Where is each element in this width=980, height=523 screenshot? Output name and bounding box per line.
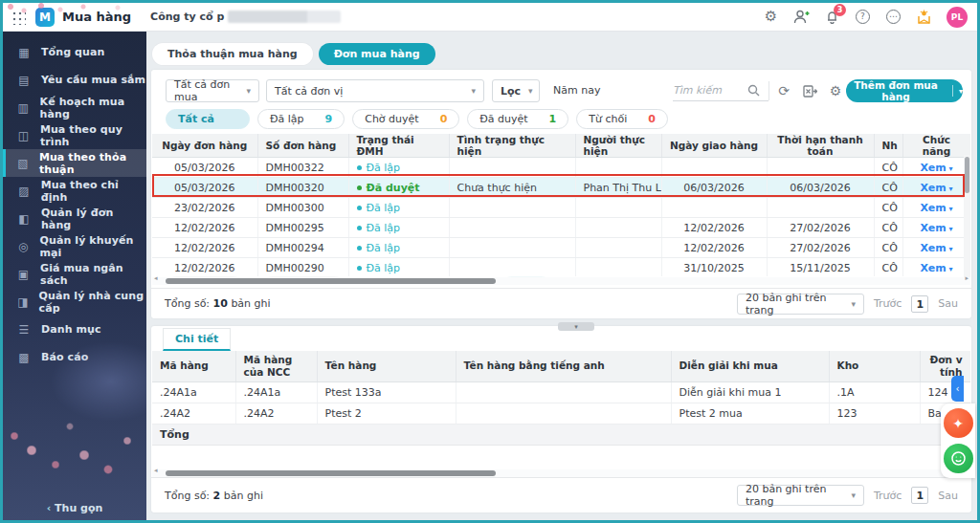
cell-order-date: 05/03/2026 [152, 178, 257, 198]
sidebar-item-overview[interactable]: ▦Tổng quan [3, 38, 146, 66]
tab-agreement[interactable]: Thỏa thuận mua hàng [152, 43, 313, 65]
view-action-link[interactable]: Xem [921, 242, 953, 254]
view-action-link[interactable]: Xem [921, 162, 953, 174]
order-row[interactable]: 12/02/2026DMH00295Đã lập12/02/202627/02/… [152, 218, 970, 238]
detail-horizontal-scrollbar-thumb[interactable] [166, 470, 496, 476]
cell-executor [575, 158, 661, 178]
sidebar-menu: ▦Tổng quan▤Yêu cầu mua sắm▥Kế hoạch mua … [3, 32, 146, 371]
sidebar-item-order-management[interactable]: ◧Quản lý đơn hàng [3, 205, 146, 232]
vertical-scrollbar[interactable] [964, 155, 970, 277]
order-row[interactable]: 23/02/2026DMH00300Đã lậpCÔXem [152, 198, 970, 218]
prev-page-button[interactable]: Trước [874, 297, 902, 310]
purchase-plan-icon: ▥ [17, 101, 30, 115]
status-chip-made[interactable]: Đã lập9 [257, 109, 345, 129]
order-row[interactable]: 12/02/2026DMH00290Đã lập31/10/202515/11/… [152, 258, 970, 278]
sidebar-item-supplier[interactable]: ◨Quản lý nhà cung cấp [3, 288, 146, 316]
detail-row[interactable]: .24A1a.24A1aPtest 133aDiễn giải khi mua … [152, 381, 970, 403]
more-options-icon[interactable]: ⋯ [885, 9, 902, 25]
horizontal-scrollbar-thumb[interactable] [166, 278, 496, 284]
cell-actions: Xem [902, 218, 970, 238]
cell-purchase-note: Ptest 2 mua [671, 403, 829, 424]
user-avatar[interactable]: PL [947, 7, 968, 28]
chip-count: 0 [440, 113, 448, 125]
detail-row[interactable]: .24A2.24A2Ptest 2Ptest 2 mua123Ba [152, 403, 970, 424]
current-page[interactable]: 1 [911, 295, 928, 313]
sidebar-item-budget-price[interactable]: ▣Giá mua ngân sách [3, 260, 146, 288]
table-settings-icon[interactable]: ⚙ [827, 82, 844, 99]
sidebar-item-direct-purchase[interactable]: ▨Mua theo chỉ định [3, 177, 146, 205]
toolbar-divider [768, 81, 769, 100]
sidebar-item-purchase-request[interactable]: ▤Yêu cầu mua sắm [3, 66, 146, 94]
tab-orders[interactable]: Đơn mua hàng [319, 43, 435, 65]
status-dot-icon [357, 226, 362, 230]
status-chip-rejected[interactable]: Từ chối0 [576, 109, 668, 129]
filter-label: Lọc [501, 85, 521, 98]
sidebar-item-label: Giá mua ngân sách [40, 262, 146, 287]
cell-executor [575, 238, 661, 258]
ai-assistant-button[interactable]: ✦ [944, 408, 973, 438]
order-management-icon: ◧ [17, 212, 31, 226]
add-user-icon[interactable] [793, 9, 810, 25]
detail-page-size-select[interactable]: 20 bản ghi trên trang [737, 485, 864, 506]
sidebar-collapse-button[interactable]: Thu gọn [3, 502, 146, 514]
help-icon[interactable]: ? [855, 9, 871, 25]
cell-order-status: Đã lập [348, 258, 449, 278]
whats-new-lamp-icon[interactable] [916, 9, 932, 25]
detail-col-header: Mã hàng [152, 351, 235, 381]
vertical-scrollbar-thumb[interactable] [965, 157, 969, 193]
settings-icon[interactable]: ⚙ [763, 9, 779, 25]
order-row[interactable]: 05/03/2026DMH00320Đã duyệtChưa thực hiện… [152, 178, 970, 198]
order-row[interactable]: 05/03/2026DMH00322Đã lậpCÔXem [152, 158, 970, 178]
search-icon [747, 84, 760, 97]
chip-label: Đã duyệt [479, 113, 527, 125]
sidebar-item-agreement-purchase[interactable]: ▧Mua theo thỏa thuận [3, 149, 146, 177]
support-chat-button[interactable] [944, 444, 973, 473]
view-action-link[interactable]: Xem [921, 182, 953, 194]
detail-pager: 20 bản ghi trên trang Trước 1 Sau [737, 485, 958, 506]
sidebar-item-label: Mua theo chỉ định [41, 179, 146, 204]
cell-supplier: CÔ [874, 238, 902, 258]
detail-current-page[interactable]: 1 [911, 487, 928, 504]
order-row[interactable]: 12/02/2026DMH00294Đã lập12/02/202627/02/… [152, 238, 970, 258]
unit-select[interactable]: Tất cả đơn vị [266, 79, 484, 102]
sidebar-item-label: Tổng quan [41, 46, 104, 58]
view-action-link[interactable]: Xem [921, 222, 953, 234]
add-order-button[interactable]: Thêm đơn mua hàng [846, 79, 963, 102]
cell-executor [575, 258, 661, 278]
sidebar-item-catalog[interactable]: ☰Danh mục [3, 316, 146, 343]
cell-item-code: .24A2 [152, 403, 235, 424]
status-chip-pending[interactable]: Chờ duyệt0 [352, 109, 459, 129]
panel-splitter-handle[interactable] [558, 322, 594, 331]
notifications-bell-icon[interactable]: 3 [824, 9, 840, 25]
detail-footer: Tổng số: 2 bản ghi 20 bản ghi trên trang… [151, 477, 971, 512]
collapse-right-panel-tab[interactable]: ‹ [951, 376, 964, 402]
app-launcher-icon[interactable] [11, 10, 26, 25]
detail-prev-page-button[interactable]: Trước [874, 490, 902, 502]
misa-logo[interactable]: M [35, 8, 55, 27]
sidebar-item-promotion[interactable]: ◎Quản lý khuyến mại [3, 232, 146, 260]
search-input[interactable] [673, 84, 747, 97]
refresh-icon[interactable]: ⟳ [775, 82, 792, 99]
cell-delivery-date: 31/10/2025 [661, 258, 767, 278]
horizontal-scrollbar[interactable] [152, 277, 970, 285]
cell-payment-due: 06/03/2026 [767, 178, 874, 198]
sidebar-item-purchase-plan[interactable]: ▥Kế hoạch mua hàng [3, 94, 146, 121]
sidebar-item-report[interactable]: ▩Báo cáo [3, 343, 146, 371]
sidebar-item-process-purchase[interactable]: ◫Mua theo quy trình [3, 121, 146, 149]
detail-horizontal-scrollbar[interactable] [152, 469, 970, 477]
status-chip-all[interactable]: Tất cả [166, 109, 250, 129]
tab-detail[interactable]: Chi tiết [163, 328, 231, 351]
smiley-icon [950, 450, 967, 467]
cell-item-name-en [456, 403, 671, 424]
export-excel-icon[interactable] [801, 82, 818, 99]
status-chip-approved[interactable]: Đã duyệt1 [467, 109, 568, 129]
next-page-button[interactable]: Sau [938, 297, 958, 310]
view-action-link[interactable]: Xem [921, 202, 953, 214]
page-size-select[interactable]: 20 bản ghi trên trang [737, 294, 864, 315]
order-type-select[interactable]: Tất cả đơn mua [166, 79, 259, 102]
cell-delivery-date: 06/03/2026 [661, 178, 767, 198]
cell-purchase-note: Diễn giải khi mua 1 [671, 381, 829, 403]
filter-button[interactable]: Lọc [492, 79, 540, 102]
view-action-link[interactable]: Xem [921, 262, 953, 274]
detail-next-page-button[interactable]: Sau [938, 490, 958, 502]
